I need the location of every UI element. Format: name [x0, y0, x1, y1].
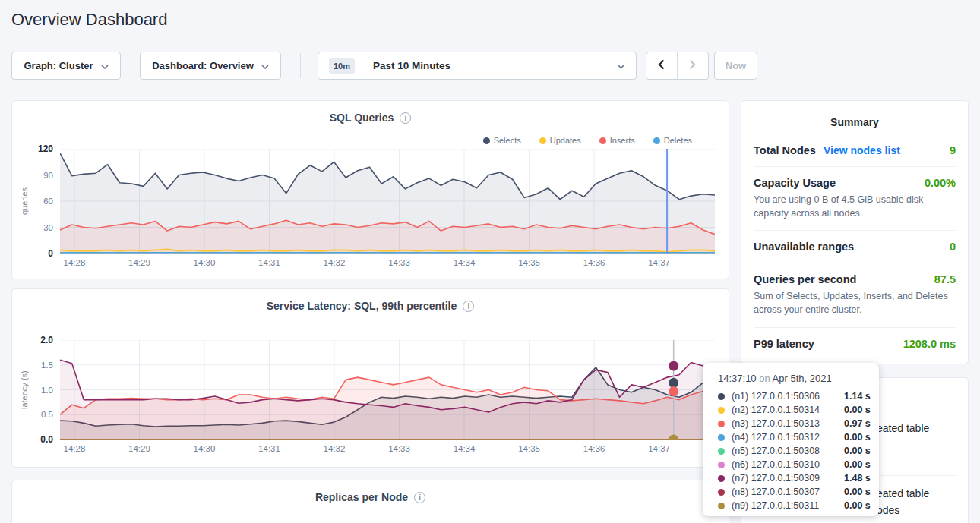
tooltip-on: on [759, 373, 770, 384]
chart-title: SQL Queries [330, 112, 394, 124]
node-address: (n3) 127.0.0.1:50313 [732, 418, 844, 429]
node-address: (n8) 127.0.0.1:50307 [732, 487, 844, 497]
p99-value: 1208.0 ms [903, 338, 956, 350]
time-range-label: Past 10 Minutes [373, 60, 450, 71]
x-tick-label: 14:28 [64, 444, 86, 453]
chevron-down-icon [261, 60, 269, 71]
info-icon[interactable]: i [400, 112, 411, 124]
summary-row-total-nodes: Total Nodes View nodes list 9 [754, 134, 956, 167]
node-latency-value: 1.48 s [844, 473, 871, 484]
node-latency-value: 0.00 s [844, 500, 871, 511]
legend-label: Inserts [610, 136, 635, 145]
y-tick-label: 1.0 [41, 386, 53, 395]
graph-dropdown[interactable]: Graph: Cluster [11, 52, 121, 80]
legend-label: Updates [550, 136, 581, 145]
info-icon[interactable]: i [414, 492, 425, 503]
y-tick-label: 0.5 [41, 410, 53, 419]
node-address: (n2) 127.0.0.1:50314 [732, 405, 844, 415]
tooltip-row: (n4) 127.0.0.1:50312 0.00 s [718, 430, 879, 444]
legend-item[interactable]: Inserts [599, 136, 635, 145]
node-latency-value: 1.14 s [844, 391, 871, 402]
tooltip-row: (n1) 127.0.0.1:50306 1.14 s [718, 389, 879, 403]
qps-label: Queries per second [754, 273, 856, 285]
legend-label: Selects [494, 136, 521, 145]
node-color-dot-icon [718, 407, 725, 414]
summary-rows: Total Nodes View nodes list 9 Capacity U… [754, 134, 956, 360]
tooltip-row: (n2) 127.0.0.1:50314 0.00 s [718, 403, 879, 417]
y-axis: 0.00.51.01.52.0 [21, 340, 58, 440]
p99-label: P99 latency [754, 338, 814, 350]
info-icon[interactable]: i [463, 301, 474, 312]
node-color-dot-icon [718, 448, 725, 455]
tooltip-row: (n7) 127.0.0.1:50309 1.48 s [718, 471, 879, 485]
chart-title: Service Latency: SQL, 99th percentile [267, 300, 457, 312]
legend-item[interactable]: Updates [539, 136, 581, 145]
total-nodes-value: 9 [950, 144, 956, 156]
node-latency-value: 0.00 s [844, 432, 871, 443]
summary-row-capacity: Capacity Usage 0.00% You are using 0 B o… [754, 167, 956, 231]
x-tick-label: 14:34 [454, 444, 476, 453]
capacity-subtext: You are using 0 B of 4.5 GiB usable disk… [754, 193, 956, 220]
time-range-selector[interactable]: 10m Past 10 Minutes [318, 52, 637, 80]
x-tick-label: 14:37 [648, 258, 670, 267]
tooltip-row: (n9) 127.0.0.1:50311 0.00 s [718, 499, 879, 512]
now-button[interactable]: Now [714, 52, 757, 80]
time-step-group [646, 52, 709, 80]
legend-dot-icon [483, 137, 490, 144]
dashboard-dropdown-label: Dashboard: Overview [152, 60, 254, 71]
legend-item[interactable]: Selects [483, 136, 521, 145]
y-tick-label: 2.0 [40, 335, 53, 345]
x-tick-label: 14:29 [128, 444, 150, 453]
tooltip-time: 14:37:10 [718, 373, 757, 384]
service-latency-plot[interactable] [60, 340, 715, 440]
x-axis: 14:2814:2914:3014:3114:3214:3314:3414:35… [60, 258, 715, 269]
graph-dropdown-label: Graph: Cluster [24, 60, 93, 71]
x-tick-label: 14:30 [194, 444, 216, 453]
unavailable-value: 0 [950, 241, 956, 253]
chevron-left-icon [658, 59, 665, 72]
summary-row-unavailable: Unavailable ranges 0 [754, 231, 956, 263]
view-nodes-list-link[interactable]: View nodes list [824, 144, 900, 156]
y-tick-label: 120 [38, 143, 53, 154]
overview-dashboard-page: Overview Dashboard Graph: Cluster Dashbo… [0, 0, 980, 523]
tooltip-row: (n3) 127.0.0.1:50313 0.97 s [718, 417, 879, 430]
legend-item[interactable]: Deletes [653, 136, 692, 145]
time-range-badge: 10m [329, 58, 355, 74]
node-address: (n4) 127.0.0.1:50312 [732, 432, 844, 443]
x-tick-label: 14:33 [388, 258, 410, 267]
summary-row-qps: Queries per second 87.5 Sum of Selects, … [754, 263, 956, 327]
legend-dot-icon [539, 137, 546, 144]
replicas-per-node-panel: Replicas per Node i [11, 480, 729, 523]
service-latency-panel: Service Latency: SQL, 99th percentile i … [11, 288, 729, 468]
node-latency-value: 0.00 s [844, 459, 871, 470]
time-step-back-button[interactable] [646, 52, 678, 79]
qps-subtext: Sum of Selects, Updates, Inserts, and De… [754, 289, 956, 317]
node-address: (n7) 127.0.0.1:50309 [732, 473, 844, 484]
event-text-fragment: eated table [877, 422, 929, 434]
sql-queries-plot[interactable] [60, 149, 715, 254]
summary-panel: Summary Total Nodes View nodes list 9 Ca… [741, 100, 969, 364]
y-tick-label: 30 [43, 223, 53, 232]
x-tick-label: 14:34 [454, 258, 476, 267]
service-latency-title-row: Service Latency: SQL, 99th percentile i [12, 300, 729, 312]
y-tick-label: 90 [43, 171, 53, 180]
tooltip-date: Apr 5th, 2021 [773, 373, 832, 384]
x-axis: 14:2814:2914:3014:3114:3214:3314:3414:35… [60, 444, 715, 455]
sql-queries-svg [60, 149, 715, 254]
x-tick-label: 14:28 [64, 258, 86, 267]
node-latency-value: 0.00 s [844, 487, 871, 497]
x-tick-label: 14:35 [518, 258, 540, 267]
dashboard-dropdown[interactable]: Dashboard: Overview [140, 52, 281, 80]
node-latency-value: 0.97 s [844, 418, 871, 429]
node-color-dot-icon [718, 503, 725, 509]
legend-dot-icon [653, 137, 660, 144]
x-tick-label: 14:37 [648, 444, 670, 453]
x-tick-label: 14:33 [388, 444, 410, 453]
x-tick-label: 14:31 [258, 444, 280, 453]
event-text-fragment: eated table [877, 487, 929, 499]
x-tick-label: 14:32 [324, 444, 346, 453]
tooltip-rows: (n1) 127.0.0.1:50306 1.14 s (n2) 127.0.0… [718, 389, 879, 512]
y-axis: 0306090120 [21, 149, 58, 254]
time-step-forward-button[interactable] [678, 52, 709, 79]
crosshair-dot [669, 386, 678, 396]
